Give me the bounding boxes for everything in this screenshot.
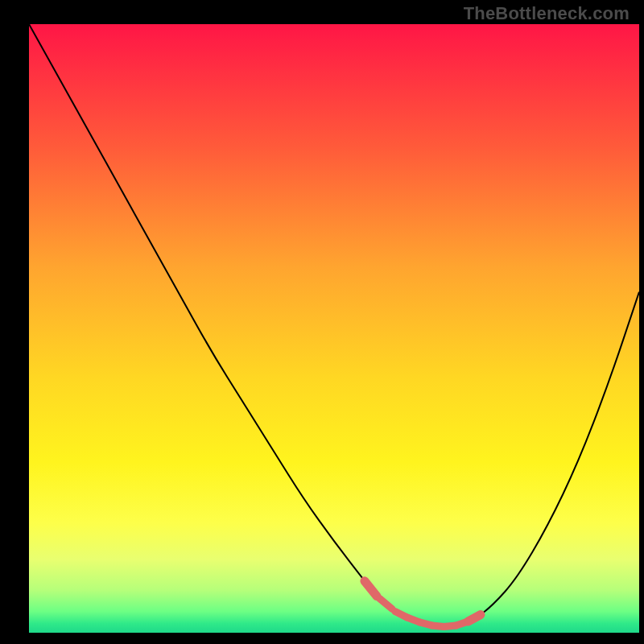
chart-frame: TheBottleneck.com <box>0 0 644 644</box>
watermark-label: TheBottleneck.com <box>464 3 630 24</box>
plot-area <box>29 24 639 633</box>
bottom-marker <box>469 615 481 621</box>
chart-svg <box>29 24 639 633</box>
